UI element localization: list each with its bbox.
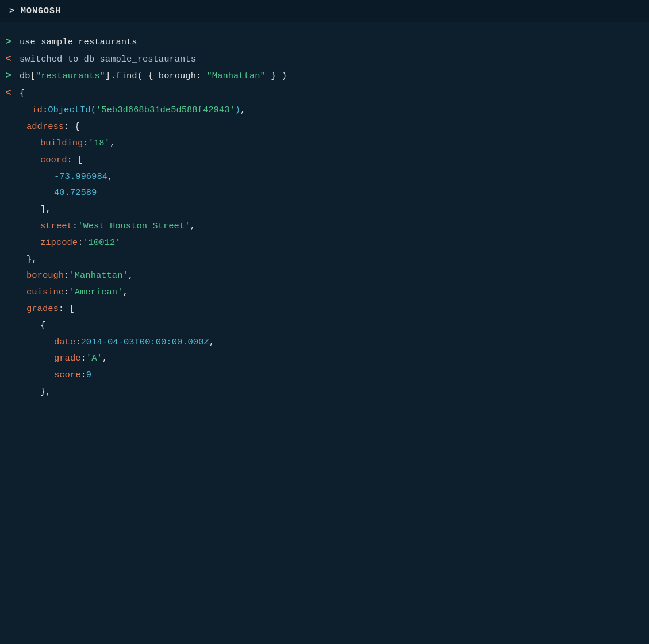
key-grades: grades (26, 302, 59, 316)
line-coord-key: coord: [ (6, 152, 643, 168)
colon-street: : (72, 219, 78, 233)
colon-grade: : (81, 351, 86, 366)
key-score: score (54, 368, 81, 382)
key-id: _id (26, 103, 43, 117)
key-address: address (26, 120, 64, 134)
line-building: building: '18', (6, 135, 643, 152)
line-coord-close: ], (6, 201, 643, 218)
objectid-value: '5eb3d668b31de5d588f42943' (96, 103, 235, 117)
colon-grades: : [ (59, 302, 75, 316)
comma-borough: , (128, 269, 133, 283)
cmd-use: use sample_restaurants (20, 35, 137, 49)
colon-date: : (75, 335, 80, 350)
comma-building: , (110, 136, 115, 151)
line-grade-close: }, (6, 384, 643, 400)
key-borough: borough (26, 269, 64, 283)
output-switched: switched to db sample_restaurants (20, 52, 196, 67)
comma-street: , (190, 219, 195, 233)
line-use-command: > use sample_restaurants (6, 34, 643, 51)
line-grade: grade: 'A', (6, 350, 643, 367)
line-open-brace: < { (6, 85, 643, 102)
key-coord: coord (40, 153, 67, 167)
title-bar: >_MONGOSH (0, 0, 649, 22)
val-cuisine: 'American' (69, 285, 122, 300)
colon-address: : { (64, 120, 80, 134)
line-find-command: > db["restaurants"].find( { borough: "Ma… (6, 68, 643, 85)
key-street: street (40, 219, 72, 233)
line-id: _id: ObjectId('5eb3d668b31de5d588f42943'… (6, 102, 643, 118)
line-zipcode: zipcode: '10012' (6, 235, 643, 251)
terminal: > use sample_restaurants < switched to d… (0, 22, 649, 412)
key-grade: grade (54, 351, 81, 366)
comma-date: , (209, 335, 214, 350)
val-building: '18' (89, 136, 110, 151)
val-borough: 'Manhattan' (69, 269, 128, 283)
colon-borough: : (64, 269, 69, 283)
brace-open-grade: { (40, 319, 45, 333)
key-building: building (40, 136, 83, 151)
key-zipcode: zipcode (40, 236, 78, 250)
comma-grade: , (102, 351, 107, 366)
line-date: date: 2014-04-03T00:00:00.000Z, (6, 334, 643, 351)
brace-close-address: }, (26, 252, 37, 267)
bracket-close-coord: ], (40, 202, 51, 217)
line-street: street: 'West Houston Street', (6, 218, 643, 235)
val-zipcode: '10012' (83, 236, 120, 250)
val-lon: -73.996984 (54, 170, 107, 184)
line-grades-key: grades: [ (6, 301, 643, 317)
line-cuisine: cuisine: 'American', (6, 284, 643, 301)
comma-id: , (240, 103, 245, 117)
objectid-close: ) (235, 103, 240, 117)
val-score: 9 (86, 368, 91, 382)
line-address-close: }, (6, 251, 643, 268)
prompt-lt-1: < (6, 52, 15, 67)
cmd-find: db["restaurants"].find( { borough: "Manh… (20, 69, 287, 83)
prompt-lt-2: < (6, 86, 15, 101)
colon-zipcode: : (78, 236, 83, 250)
brace-close-grade: }, (40, 385, 51, 399)
colon-cuisine: : (64, 285, 69, 300)
title-bar-label: >_MONGOSH (9, 6, 61, 16)
colon-score: : (81, 368, 86, 382)
objectid-func: ObjectId( (48, 103, 96, 117)
line-switched: < switched to db sample_restaurants (6, 51, 643, 68)
line-coord-lon: -73.996984, (6, 168, 643, 185)
colon-coord: : [ (67, 153, 83, 167)
comma-cuisine: , (122, 285, 128, 300)
colon-id: : (43, 103, 48, 117)
key-date: date (54, 335, 75, 350)
comma-lon: , (107, 170, 113, 184)
line-grades-item-open: { (6, 317, 643, 334)
key-cuisine: cuisine (26, 285, 64, 300)
prompt-gt-2: > (6, 69, 15, 84)
prompt-gt-1: > (6, 35, 15, 50)
open-brace: { (20, 86, 25, 101)
line-coord-lat: 40.72589 (6, 185, 643, 201)
line-address-key: address: { (6, 118, 643, 135)
val-date: 2014-04-03T00:00:00.000Z (81, 335, 209, 350)
val-lat: 40.72589 (54, 186, 97, 200)
colon-building: : (83, 136, 88, 151)
line-score: score: 9 (6, 367, 643, 384)
val-street: 'West Houston Street' (78, 219, 190, 233)
val-grade: 'A' (86, 351, 102, 366)
line-borough: borough: 'Manhattan', (6, 267, 643, 284)
